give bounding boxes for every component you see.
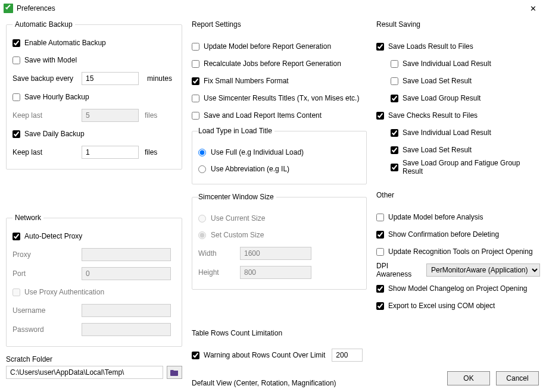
win-width-label: Width	[198, 249, 234, 258]
recalculate-jobs-checkbox[interactable]	[192, 60, 199, 68]
keep-last-hourly-label: Keep last	[13, 111, 76, 120]
export-com-checkbox[interactable]	[376, 302, 384, 310]
update-recog-checkbox[interactable]	[376, 248, 384, 256]
win-height-label: Height	[198, 268, 234, 277]
save-every-input[interactable]	[82, 72, 139, 85]
checks-group-fatigue-checkbox[interactable]	[391, 164, 398, 171]
backup-legend: Automatic Backup	[13, 20, 75, 29]
close-icon: ✕	[530, 4, 536, 13]
daily-backup-label: Save Daily Backup	[24, 130, 85, 138]
save-checks-label: Save Checks Result to Files	[388, 111, 478, 120]
keep-last-hourly-input	[82, 109, 139, 122]
proxy-label: Proxy	[13, 250, 76, 259]
ok-button[interactable]: OK	[447, 371, 490, 385]
report-settings-legend: Report Settings	[192, 20, 244, 29]
titlebar: Preferences ✕	[0, 0, 546, 17]
win-custom-radio	[198, 231, 206, 239]
port-label: Port	[13, 269, 76, 278]
confirm-delete-checkbox[interactable]	[376, 231, 384, 239]
save-with-model-label: Save with Model	[24, 56, 77, 64]
port-input	[82, 267, 171, 280]
save-every-unit: minutes	[147, 74, 172, 83]
keep-last-hourly-unit: files	[145, 111, 157, 120]
daily-backup-checkbox[interactable]	[13, 130, 20, 138]
export-com-label: Export to Excel using COM object	[388, 302, 495, 310]
folder-icon	[170, 369, 179, 376]
scratch-folder-label: Scratch Folder	[6, 355, 182, 363]
save-load-items-label: Save and Load Report Items Content	[204, 111, 322, 120]
browse-folder-button[interactable]	[167, 366, 182, 379]
proxy-input	[82, 248, 171, 261]
save-every-label: Save backup every	[13, 74, 76, 83]
hourly-backup-label: Save Hourly Backup	[24, 93, 89, 101]
simcenter-window-group: Simcenter Window Size Use Current Size S…	[192, 193, 367, 290]
password-label: Password	[13, 325, 76, 334]
win-custom-label: Set Custom Size	[211, 231, 264, 239]
rows-warning-checkbox[interactable]	[192, 352, 199, 359]
show-changelog-checkbox[interactable]	[376, 285, 384, 293]
rows-limit-input[interactable]	[332, 349, 363, 362]
other-group: Other Update Model before Analysis Show …	[376, 191, 540, 321]
dpi-awareness-select[interactable]: PerMonitorAware (Application)	[426, 264, 540, 277]
fix-small-numbers-checkbox[interactable]	[192, 77, 199, 85]
enable-backup-label: Enable Automatic Backup	[24, 39, 106, 47]
keep-last-daily-unit: files	[145, 148, 157, 156]
recalculate-jobs-label: Recalculate Jobs before Report Generatio…	[204, 59, 341, 68]
app-icon	[4, 4, 13, 13]
other-legend: Other	[376, 191, 397, 199]
result-saving-group: Result Saving Save Loads Result to Files…	[376, 20, 540, 183]
simcenter-titles-checkbox[interactable]	[192, 95, 199, 102]
win-height-input	[240, 266, 311, 279]
checks-group-fatigue-label: Save Load Group and Fatigue Group Result	[403, 159, 540, 175]
loads-group-checkbox[interactable]	[391, 95, 398, 102]
load-type-abbr-radio[interactable]	[198, 165, 206, 173]
username-label: Username	[13, 306, 76, 315]
load-type-legend: Load Type in Load Title	[198, 127, 274, 135]
update-model-label: Update Model before Report Generation	[204, 42, 331, 51]
scratch-folder-input[interactable]	[6, 366, 163, 379]
simcenter-window-legend: Simcenter Window Size	[198, 193, 276, 201]
backup-group: Automatic Backup Enable Automatic Backup…	[6, 20, 182, 170]
save-with-model-checkbox[interactable]	[13, 57, 20, 64]
save-loads-label: Save Loads Result to Files	[388, 42, 473, 51]
win-width-input	[240, 247, 311, 260]
update-before-analysis-checkbox[interactable]	[376, 214, 384, 221]
keep-last-daily-label: Keep last	[13, 148, 76, 156]
checks-individual-checkbox[interactable]	[391, 129, 398, 137]
win-current-radio	[198, 215, 206, 222]
loads-individual-label: Save Individual Load Result	[403, 59, 491, 68]
auto-detect-proxy-checkbox[interactable]	[13, 233, 20, 240]
loads-set-label: Save Load Set Result	[403, 77, 472, 85]
save-checks-checkbox[interactable]	[376, 112, 384, 120]
dpi-awareness-label: DPI Awareness	[376, 262, 417, 278]
use-proxy-auth-label: Use Proxy Authentication	[24, 288, 104, 296]
password-input	[82, 323, 171, 336]
load-type-abbr-label: Use Abbreviation (e.g IL)	[211, 165, 289, 173]
rows-limit-legend: Table Rows Count Limitation	[192, 329, 285, 337]
save-load-items-checkbox[interactable]	[192, 112, 199, 120]
fix-small-numbers-label: Fix Small Numbers Format	[204, 77, 289, 85]
close-button[interactable]: ✕	[525, 2, 541, 14]
enable-backup-checkbox[interactable]	[13, 39, 20, 47]
save-loads-checkbox[interactable]	[376, 43, 384, 51]
win-current-label: Use Current Size	[211, 214, 265, 222]
update-before-analysis-label: Update Model before Analysis	[388, 213, 483, 221]
confirm-delete-label: Show Confirmation before Deleting	[388, 230, 499, 239]
loads-set-checkbox[interactable]	[391, 77, 398, 85]
report-settings-group: Report Settings Update Model before Repo…	[192, 20, 367, 304]
loads-individual-checkbox[interactable]	[391, 60, 398, 68]
load-type-full-label: Use Full (e.g Individual Load)	[211, 148, 304, 156]
default-view-group: Default View (Center, Rotation, Magnific…	[192, 379, 367, 392]
result-saving-legend: Result Saving	[376, 20, 423, 29]
checks-set-label: Save Load Set Result	[403, 146, 472, 154]
default-view-legend: Default View (Center, Rotation, Magnific…	[192, 379, 339, 387]
window-title: Preferences	[17, 4, 55, 12]
cancel-button[interactable]: Cancel	[496, 371, 539, 385]
keep-last-daily-input[interactable]	[82, 146, 139, 159]
load-type-full-radio[interactable]	[198, 149, 206, 156]
checks-set-checkbox[interactable]	[391, 146, 398, 154]
hourly-backup-checkbox[interactable]	[13, 93, 20, 101]
update-model-checkbox[interactable]	[192, 43, 199, 51]
show-changelog-label: Show Model Changelog on Project Opening	[388, 284, 527, 293]
checks-individual-label: Save Individual Load Result	[403, 128, 491, 137]
